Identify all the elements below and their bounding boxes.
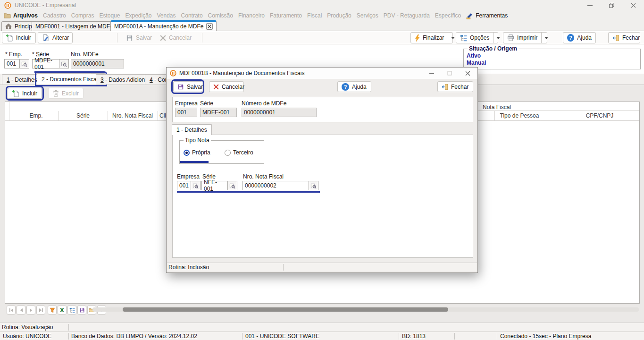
menu-servicos[interactable]: Serviços [357, 12, 378, 19]
dialog-status-bar: Rotina: Inclusão [167, 263, 477, 272]
minimize-button[interactable] [579, 0, 601, 10]
incluir-button[interactable]: Incluir [2, 32, 36, 43]
sub-excluir-button[interactable]: Excluir [48, 88, 84, 99]
dialog-fechar-button[interactable]: Fechar [437, 81, 473, 92]
horizontal-scrollbar-thumb[interactable] [123, 307, 448, 312]
propria-highlight-underline [180, 161, 209, 163]
tab-documentos-fiscais[interactable]: 2 - Documentos Fiscais [37, 73, 105, 85]
dialog-field-empresa-input[interactable]: 001 [177, 181, 191, 190]
menu-producao[interactable]: Produção [327, 12, 351, 19]
dialog-serie-lookup-button[interactable] [228, 181, 237, 190]
tipo-nota-legend: Tipo Nota [184, 137, 211, 144]
opcoes-dropdown-icon[interactable] [493, 33, 500, 43]
dialog-nro-field-group: 0000000002 [243, 181, 318, 190]
emp-input[interactable]: 001 [4, 59, 20, 68]
dialog-field-nro-input[interactable]: 0000000002 [243, 181, 309, 190]
nro-mdfe-label: Nro. MDFe [71, 51, 99, 58]
export-excel-button[interactable]: X [58, 306, 67, 314]
tab-detalhes[interactable]: 1 - Detalhes [2, 74, 42, 85]
ajuda-button[interactable]: ? Ajuda [563, 32, 596, 43]
menu-estoque[interactable]: Estoque [99, 12, 120, 19]
dialog-close-button[interactable] [459, 68, 477, 79]
nro-mdfe-field-group: 0000000001 [71, 59, 124, 68]
opcoes-button[interactable]: Opções [456, 32, 498, 43]
menu-contrato[interactable]: Contrato [181, 12, 203, 19]
dialog-numero-input[interactable]: 0000000001 [242, 108, 317, 117]
close-button[interactable] [622, 0, 644, 10]
tipo-nota-group: Tipo Nota Própria Terceiro [179, 140, 264, 164]
serie-input[interactable]: MDFE-001 [32, 59, 59, 68]
exit-door-icon [442, 84, 448, 90]
alterar-button[interactable]: Alterar [38, 32, 73, 43]
menu-cadastro[interactable]: Cadastro [43, 12, 66, 19]
radio-propria-icon[interactable] [184, 150, 190, 156]
app-logo-icon [170, 70, 176, 76]
opcoes-label: Opções [470, 34, 489, 41]
grid-navigator: X ↺ [7, 306, 106, 315]
grid-col-serie: Série [59, 112, 108, 119]
dialog-empresa-input[interactable]: 001 [175, 108, 197, 117]
menu-arquivos[interactable]: Arquivos [13, 12, 38, 19]
dialog-empresa-lookup-button[interactable] [191, 181, 201, 190]
add-document-icon [12, 90, 19, 97]
menu-expedicao[interactable]: Expedição [125, 12, 151, 19]
cancel-icon [213, 84, 219, 90]
dialog-serie-label: Série [200, 100, 213, 107]
menu-financeiro[interactable]: Financeiro [238, 12, 265, 19]
nro-mdfe-input[interactable]: 0000000001 [71, 59, 124, 68]
dialog-salvar-button[interactable]: Salvar [173, 81, 202, 92]
radio-terceiro-icon[interactable] [225, 150, 231, 156]
imprimir-dropdown-icon[interactable] [541, 33, 548, 43]
dialog-field-serie-input[interactable]: NFE-001 [201, 181, 228, 190]
menu-compras[interactable]: Compras [71, 12, 94, 19]
dialog-ajuda-button[interactable]: ? Ajuda [337, 81, 371, 92]
save-layout-button[interactable] [77, 306, 86, 314]
menu-faturamento[interactable]: Faturamento [270, 12, 302, 19]
fechar-button[interactable]: Fechar [608, 32, 640, 43]
menu-comissao[interactable]: Comissão [208, 12, 233, 19]
menu-fiscal[interactable]: Fiscal [307, 12, 322, 19]
finalizar-button[interactable]: Finalizar [410, 32, 453, 43]
menu-vendas[interactable]: Vendas [157, 12, 176, 19]
nav-last-button[interactable] [36, 306, 45, 314]
dialog-serie-input[interactable]: MDFE-001 [200, 108, 237, 117]
dialog-tab-detalhes[interactable]: 1 - Detalhes [172, 124, 212, 135]
cancelar-button-disabled[interactable]: Cancelar [156, 32, 196, 43]
main-toolbar: Incluir Alterar Salvar Cancelar F [0, 31, 644, 44]
dialog-nro-lookup-button[interactable] [309, 181, 318, 190]
dialog-field-nro-label: Nro. Nota Fiscal [243, 173, 284, 180]
nav-first-button[interactable] [7, 306, 16, 314]
layout-tree-button[interactable] [67, 306, 76, 314]
dialog-content-panel: Tipo Nota Própria Terceiro Empresa Série… [172, 135, 473, 258]
imprimir-button[interactable]: Imprimir [503, 32, 547, 43]
nav-prev-button[interactable] [17, 306, 25, 314]
dialog-minimize-button[interactable] [423, 68, 441, 79]
serie-label: * Série [32, 51, 49, 58]
filter-button[interactable] [48, 306, 57, 314]
sub-incluir-button[interactable]: Incluir [8, 88, 42, 99]
menu-pdv-retaguarda[interactable]: PDV - Retaguarda [384, 12, 430, 19]
serie-field-group: MDFE-001 [32, 59, 69, 68]
radio-terceiro[interactable]: Terceiro [225, 149, 253, 156]
nav-next-button[interactable] [26, 306, 35, 314]
radio-propria[interactable]: Própria [184, 149, 210, 156]
banco-status: Banco de Dados: DB LIMPO / Versão: 2024.… [71, 333, 197, 340]
menu-especifico[interactable]: Específico [435, 12, 461, 19]
situacao-origem-group: Situação / Origem Ativo Manual [463, 49, 641, 69]
tab-manutencao-close-icon[interactable] [206, 23, 213, 30]
dialog-cancelar-button[interactable]: Cancelar [209, 81, 244, 92]
tab-mdf0001a-manutencao[interactable]: MDF0001A - Manutenção de MDFe [110, 20, 217, 31]
restore-button[interactable] [601, 0, 622, 10]
save-icon [126, 34, 133, 42]
serie-lookup-button[interactable] [59, 59, 69, 68]
finalizar-dropdown-icon[interactable] [448, 33, 455, 43]
salvar-button-disabled[interactable]: Salvar [122, 32, 156, 43]
menu-ferramentas[interactable]: Ferramentas [476, 12, 508, 19]
dialog-title-bar: MDF0001B - Manutenção de Documentos Fisc… [167, 68, 477, 79]
emp-lookup-button[interactable] [20, 59, 29, 68]
fechar-label: Fechar [622, 34, 640, 41]
dialog-rotina-status: Rotina: Inclusão [168, 264, 209, 271]
dialog-maximize-button[interactable] [441, 68, 459, 79]
grid-col-cpf-cnpj: CPF/CNPJ [567, 112, 633, 119]
folder-icon [4, 13, 11, 18]
